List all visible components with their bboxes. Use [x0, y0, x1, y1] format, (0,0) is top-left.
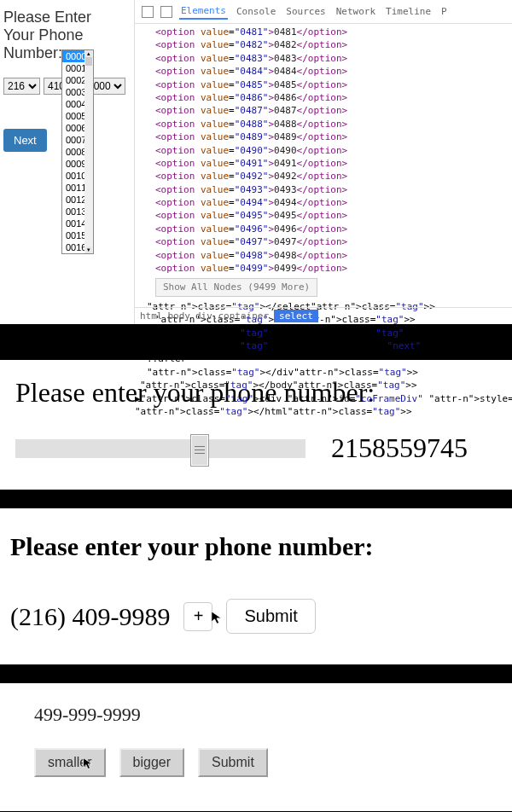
code-line[interactable]: <option value="0484">0484</option>	[155, 65, 512, 78]
tab-network[interactable]: Network	[335, 4, 377, 19]
crumb-container[interactable]: div.container	[195, 310, 269, 322]
tab-more[interactable]: P	[439, 4, 449, 19]
tab-timeline[interactable]: Timeline	[384, 4, 433, 19]
code-line[interactable]: <option value="0494">0494</option>	[155, 196, 512, 209]
code-line[interactable]: ::after	[147, 352, 512, 365]
crumb-select[interactable]: select	[274, 310, 318, 322]
elements-tree[interactable]: <option value="0481">0481</option><optio…	[135, 24, 512, 420]
code-line[interactable]: <option value="0487">0487</option>	[155, 104, 512, 117]
code-line[interactable]: <option value="0492">0492</option>	[155, 170, 512, 183]
scrollbar-thumb[interactable]	[85, 57, 92, 66]
code-line[interactable]: <option value="0489">0489</option>	[155, 130, 512, 143]
controls-row: smaller bigger Submit	[34, 748, 478, 777]
code-line[interactable]: "attr-n">class="tag"></div"attr-n">class…	[147, 366, 512, 379]
code-line[interactable]: <option value="0498">0498</option>	[155, 249, 512, 262]
tab-sources[interactable]: Sources	[284, 4, 327, 19]
phone-value: 499-999-9999	[34, 704, 478, 726]
form-area: Please Enter Your Phone Number: 216 410 …	[0, 0, 134, 324]
code-line[interactable]: <option value="0493">0493</option>	[155, 183, 512, 196]
code-line[interactable]: ▶"attr-n">class="tag"><div "attr-n">id="…	[135, 392, 512, 405]
next-button[interactable]: Next	[3, 129, 47, 152]
code-line[interactable]: <option value="0491">0491</option>	[155, 157, 512, 170]
scroll-down-icon[interactable]: ▾	[85, 246, 92, 253]
bigger-button[interactable]: bigger	[119, 748, 184, 777]
divider	[0, 664, 512, 683]
submit-button[interactable]: Submit	[226, 599, 315, 634]
submit-button[interactable]: Submit	[198, 748, 268, 777]
code-line[interactable]: "attr-n">class="tag"><button "attr-n">id…	[155, 339, 512, 352]
slider-thumb[interactable]	[190, 434, 209, 467]
controls-row: (216) 409-9989 + Submit	[10, 599, 502, 634]
code-line[interactable]: <option value="0495">0495</option>	[155, 209, 512, 222]
code-line[interactable]: <option value="0496">0496</option>	[155, 223, 512, 235]
show-all-nodes-button[interactable]: Show All Nodes (9499 More)	[155, 278, 317, 296]
heading: Please enter your phone number:	[10, 532, 502, 561]
phone-value: 2158559745	[331, 432, 468, 464]
code-line[interactable]: "attr-n">class="tag"><br"attr-n">class="…	[155, 327, 512, 339]
increment-button[interactable]: +	[183, 602, 212, 631]
dropdown-option[interactable]: 0017	[62, 253, 93, 254]
devtools-tabs: Elements Console Sources Network Timelin…	[135, 0, 512, 24]
dropdown-scrollbar[interactable]: ▴ ▾	[84, 50, 93, 253]
phone-value: (216) 409-9989	[10, 602, 170, 631]
code-line[interactable]: <option value="0486">0486</option>	[155, 91, 512, 104]
cursor-icon	[82, 757, 96, 770]
panel-increment-phone: Please enter your phone number: (216) 40…	[0, 508, 512, 664]
code-line[interactable]: <option value="0488">0488</option>	[155, 118, 512, 130]
code-line[interactable]: "attr-n">class="tag"></body"attr-n">clas…	[140, 379, 512, 392]
suffix-dropdown-listbox[interactable]: 0000000100020003000400050006000700080009…	[61, 49, 94, 254]
area-code-select[interactable]: 216	[3, 78, 40, 95]
code-line[interactable]: <option value="0497">0497</option>	[155, 235, 512, 248]
code-line[interactable]: <option value="0483">0483</option>	[155, 52, 512, 65]
crumb-body[interactable]: body	[168, 310, 191, 322]
device-icon[interactable]	[160, 6, 172, 18]
breadcrumb-bar: html body div.container select	[135, 307, 512, 324]
scroll-up-icon[interactable]: ▴	[85, 50, 92, 57]
slider-row: 2158559745	[15, 432, 497, 464]
code-line[interactable]: <option value="0490">0490</option>	[155, 144, 512, 157]
slider-track[interactable]	[15, 439, 305, 458]
cursor-icon	[210, 610, 225, 625]
crumb-html[interactable]: html	[140, 310, 163, 322]
code-line[interactable]: "attr-n">class="tag"></html"attr-n">clas…	[135, 405, 512, 418]
devtools-panel: Elements Console Sources Network Timelin…	[134, 0, 512, 324]
panel-dropdown-phone: Please Enter Your Phone Number: 216 410 …	[0, 0, 512, 324]
code-line[interactable]: <option value="0481">0481</option>	[155, 26, 512, 38]
code-line[interactable]: <option value="0485">0485</option>	[155, 78, 512, 91]
tab-elements[interactable]: Elements	[179, 3, 228, 20]
divider	[0, 490, 512, 508]
code-line[interactable]: <option value="0499">0499</option>	[155, 262, 512, 275]
panel-smaller-bigger-phone: 499-999-9999 smaller bigger Submit	[0, 683, 512, 811]
inspect-icon[interactable]	[142, 6, 154, 18]
tab-console[interactable]: Console	[235, 4, 277, 19]
code-line[interactable]: <option value="0482">0482</option>	[155, 38, 512, 51]
